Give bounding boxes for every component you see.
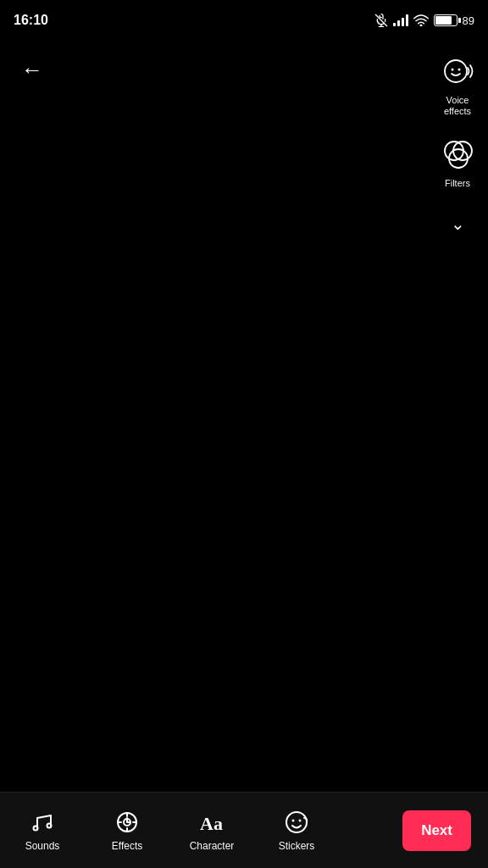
voice-effects-label: Voiceeffects — [444, 95, 471, 117]
sounds-icon — [29, 809, 56, 836]
svg-point-4 — [445, 60, 467, 82]
filters-icon — [437, 134, 478, 175]
filters-button[interactable]: Filters — [437, 134, 478, 189]
back-button[interactable]: ← — [14, 51, 51, 88]
svg-point-11 — [47, 824, 52, 828]
status-bar: 16:10 89 — [0, 0, 488, 41]
right-sidebar: Voiceeffects Filters ⌄ — [437, 51, 478, 241]
filters-label: Filters — [445, 178, 470, 189]
more-options-button[interactable]: ⌄ — [444, 207, 472, 241]
svg-text:Aa: Aa — [200, 813, 223, 834]
effects-label: Effects — [112, 840, 142, 852]
sounds-label: Sounds — [25, 840, 60, 852]
svg-point-3 — [420, 25, 422, 26]
battery-icon — [434, 14, 458, 26]
stickers-tab[interactable]: Stickers — [254, 802, 339, 859]
next-button[interactable]: Next — [402, 810, 471, 851]
svg-point-19 — [299, 820, 302, 822]
stickers-label: Stickers — [279, 840, 315, 852]
status-time: 16:10 — [14, 13, 48, 28]
status-icons: 89 — [374, 14, 474, 27]
mute-icon — [374, 14, 388, 27]
toolbar-items: Sounds Effects Aa — [0, 802, 402, 859]
character-tab[interactable]: Aa Character — [169, 802, 254, 859]
character-label: Character — [190, 840, 235, 852]
character-icon: Aa — [198, 809, 225, 836]
battery-level: 89 — [463, 14, 474, 27]
effects-icon — [114, 809, 141, 836]
voice-effects-button[interactable]: Voiceeffects — [437, 51, 478, 117]
bottom-toolbar: Sounds Effects Aa — [0, 792, 488, 868]
svg-point-10 — [34, 826, 38, 831]
voice-effects-icon — [437, 51, 478, 92]
video-preview-area — [0, 0, 488, 792]
svg-point-6 — [458, 69, 461, 71]
back-arrow-icon: ← — [21, 57, 43, 83]
signal-icon — [393, 14, 408, 26]
chevron-down-icon: ⌄ — [444, 207, 472, 241]
stickers-icon — [283, 809, 310, 836]
svg-point-18 — [292, 820, 295, 822]
svg-point-17 — [286, 812, 307, 832]
wifi-icon — [413, 14, 429, 26]
sounds-tab[interactable]: Sounds — [0, 802, 85, 859]
svg-point-5 — [452, 69, 454, 71]
effects-tab[interactable]: Effects — [85, 802, 169, 859]
